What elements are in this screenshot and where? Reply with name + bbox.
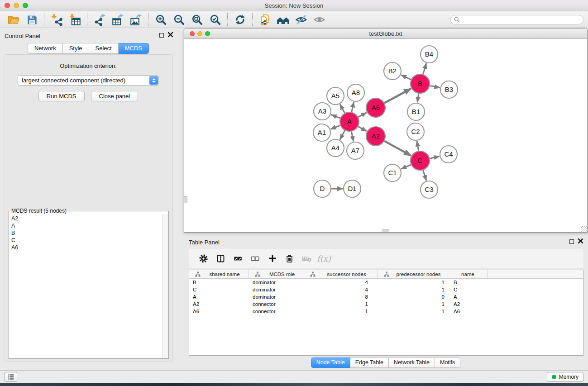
- edge-A-A4[interactable]: [340, 130, 345, 139]
- edge-A6-B[interactable]: [384, 89, 411, 103]
- edge-C-C4[interactable]: [430, 157, 439, 159]
- table-row[interactable]: Cdominator41C: [189, 286, 583, 293]
- edge-C-C1[interactable]: [401, 165, 411, 169]
- zoom-fit-button[interactable]: [188, 12, 206, 27]
- trash-button[interactable]: [282, 251, 297, 266]
- tab-network-table[interactable]: Network Table: [389, 357, 435, 368]
- edge-B-B3[interactable]: [430, 86, 440, 87]
- minimize-window-button[interactable]: [14, 3, 19, 8]
- node-B3[interactable]: B3: [440, 81, 458, 98]
- home-button[interactable]: [274, 12, 292, 27]
- network-minimize-button[interactable]: [197, 31, 202, 36]
- node-C1[interactable]: C1: [384, 164, 401, 181]
- close-window-button[interactable]: [5, 3, 10, 8]
- node-B[interactable]: B: [411, 74, 430, 93]
- table-row[interactable]: A2connector11A2: [189, 300, 583, 308]
- node-A8[interactable]: A8: [347, 84, 364, 101]
- zoom-window-button[interactable]: [23, 3, 28, 8]
- node-C3[interactable]: C3: [421, 181, 438, 198]
- save-button[interactable]: [23, 12, 41, 27]
- tab-style[interactable]: Style: [63, 43, 89, 54]
- node-A4[interactable]: A4: [327, 139, 344, 157]
- result-scrollbar[interactable]: [163, 214, 168, 358]
- node-A3[interactable]: A3: [314, 103, 331, 120]
- eye-slash-button[interactable]: [292, 12, 310, 27]
- column-header-predecessor-nodes[interactable]: predecessor nodes: [378, 270, 448, 278]
- node-B2[interactable]: B2: [384, 62, 401, 80]
- node-D[interactable]: D: [314, 180, 331, 197]
- table-row[interactable]: Bdominator41B: [189, 279, 583, 286]
- tab-motifs[interactable]: Motifs: [435, 357, 460, 368]
- network-close-button[interactable]: [190, 31, 195, 36]
- network-zoom-button[interactable]: [205, 31, 210, 36]
- edge-C-C2[interactable]: [417, 141, 418, 151]
- import-table-button[interactable]: [66, 12, 84, 27]
- edge-A-A6[interactable]: [358, 113, 366, 117]
- edge-A-A7[interactable]: [351, 132, 353, 142]
- close-table-panel-icon[interactable]: [578, 238, 583, 243]
- edge-A-A2[interactable]: [358, 127, 367, 131]
- columns-button[interactable]: [213, 251, 228, 266]
- column-header-successor-nodes[interactable]: successor nodes: [304, 270, 378, 278]
- node-A1[interactable]: A1: [313, 124, 330, 141]
- float-table-panel-icon[interactable]: [569, 239, 574, 244]
- zoom-out-button[interactable]: [170, 12, 188, 27]
- export-image-button[interactable]: [127, 12, 145, 27]
- node-A7[interactable]: A7: [347, 142, 364, 159]
- tab-network[interactable]: Network: [28, 43, 63, 54]
- column-header-shared-name[interactable]: shared name: [189, 270, 249, 278]
- tab-node-table[interactable]: Node Table: [311, 357, 350, 368]
- zoom-selected-button[interactable]: [206, 12, 224, 27]
- node-A[interactable]: A: [340, 112, 359, 131]
- edge-A2-C[interactable]: [384, 141, 411, 156]
- export-network-button[interactable]: [91, 12, 109, 27]
- column-header-name[interactable]: name: [448, 270, 488, 278]
- clone-network-button[interactable]: [256, 12, 274, 27]
- mcds-result-item[interactable]: A2: [9, 215, 162, 222]
- export-table-button[interactable]: [109, 12, 127, 27]
- select-all-button[interactable]: [230, 251, 245, 266]
- bottom-splitter-handle[interactable]: [382, 229, 389, 232]
- mcds-result-item[interactable]: B: [9, 229, 162, 237]
- tab-edge-table[interactable]: Edge Table: [350, 357, 389, 368]
- table-row[interactable]: Adominator80A: [189, 293, 583, 300]
- import-network-button[interactable]: [48, 12, 66, 27]
- add-button[interactable]: [265, 251, 280, 266]
- edge-A-A1[interactable]: [331, 125, 340, 129]
- refresh-button[interactable]: [231, 12, 249, 27]
- gear-button[interactable]: [196, 251, 211, 266]
- column-header-MCDS-role[interactable]: MCDS role: [249, 270, 304, 278]
- node-C2[interactable]: C2: [407, 123, 424, 140]
- edge-C-C3[interactable]: [423, 170, 426, 181]
- mcds-result-item[interactable]: A6: [9, 244, 162, 251]
- edge-A-A5[interactable]: [340, 104, 344, 113]
- node-A5[interactable]: A5: [327, 87, 344, 105]
- node-C[interactable]: C: [411, 151, 430, 170]
- tab-mcds[interactable]: MCDS: [119, 43, 149, 54]
- node-C4[interactable]: C4: [440, 146, 457, 163]
- mcds-result-item[interactable]: A: [9, 222, 162, 229]
- node-D1[interactable]: D1: [344, 180, 361, 197]
- float-panel-icon[interactable]: [159, 33, 164, 38]
- edge-B-B2[interactable]: [401, 75, 411, 80]
- zoom-in-button[interactable]: [152, 12, 170, 27]
- tab-select[interactable]: Select: [89, 43, 119, 54]
- optimization-criterion-select[interactable]: largest connected component (directed): [18, 75, 159, 86]
- edge-A-A3[interactable]: [331, 115, 340, 119]
- network-canvas[interactable]: B4B2BB3A8A5A6A3B1AC2A1A2A4A7C4CC1C3DD1: [184, 39, 587, 232]
- mcds-result-item[interactable]: C: [9, 237, 162, 244]
- node-B4[interactable]: B4: [421, 46, 438, 63]
- edge-A-A8[interactable]: [352, 102, 354, 112]
- eye-button[interactable]: [310, 12, 328, 27]
- open-button[interactable]: [5, 12, 23, 27]
- left-splitter-handle[interactable]: [184, 196, 187, 203]
- deselect-all-button[interactable]: [248, 251, 263, 266]
- run-mcds-button[interactable]: Run MCDS: [38, 91, 85, 101]
- show-panels-button[interactable]: [5, 372, 17, 382]
- close-panel-icon[interactable]: [168, 32, 173, 37]
- node-B1[interactable]: B1: [407, 103, 425, 120]
- close-panel-button[interactable]: Close panel: [91, 91, 139, 101]
- edge-B-B1[interactable]: [417, 94, 419, 102]
- node-A2[interactable]: A2: [366, 127, 385, 146]
- window-resize-grip[interactable]: [581, 226, 587, 232]
